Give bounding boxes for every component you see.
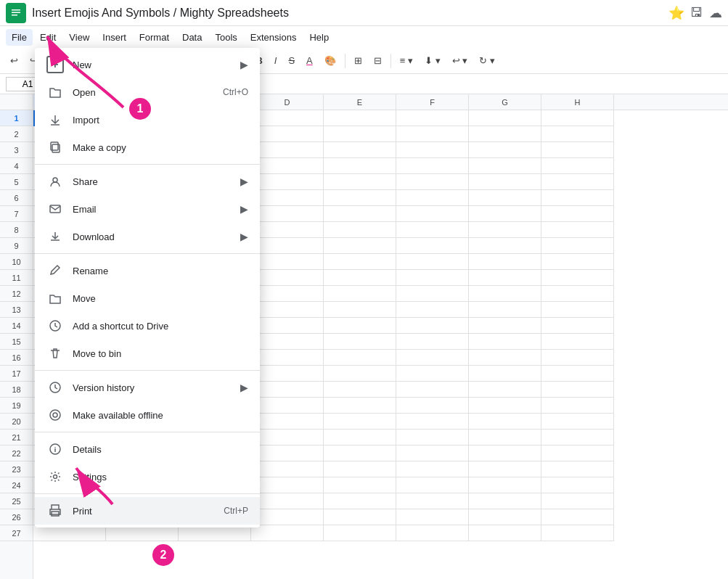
cell[interactable] — [469, 445, 541, 461]
row-header-22[interactable]: 22 — [0, 445, 33, 461]
cell[interactable] — [396, 445, 469, 461]
row-header-11[interactable]: 11 — [0, 270, 33, 286]
cell[interactable] — [469, 238, 541, 254]
cell-f1[interactable] — [396, 110, 469, 126]
row-header-19[interactable]: 19 — [0, 398, 33, 414]
cell[interactable] — [324, 302, 396, 318]
text-color-button[interactable]: A — [302, 52, 317, 69]
cell[interactable] — [33, 525, 106, 541]
cell[interactable] — [396, 334, 469, 350]
cell[interactable] — [324, 158, 396, 174]
cell[interactable] — [541, 493, 614, 509]
cell[interactable] — [324, 477, 396, 493]
cell[interactable] — [541, 430, 614, 445]
cell[interactable] — [469, 302, 541, 318]
menu-edit[interactable]: Edit — [34, 29, 62, 46]
cell[interactable] — [251, 286, 324, 302]
cell[interactable] — [396, 254, 469, 270]
cell[interactable] — [324, 398, 396, 414]
cell-h1[interactable] — [541, 110, 614, 126]
cell[interactable] — [324, 270, 396, 286]
row-header-7[interactable]: 7 — [0, 206, 33, 222]
col-header-e[interactable]: E — [324, 94, 396, 110]
cell[interactable] — [396, 366, 469, 382]
cell[interactable] — [541, 525, 614, 541]
menu-data[interactable]: Data — [176, 29, 208, 46]
row-header-9[interactable]: 9 — [0, 238, 33, 254]
row-header-16[interactable]: 16 — [0, 350, 33, 366]
row-header-2[interactable]: 2 — [0, 126, 33, 142]
cell[interactable] — [251, 461, 324, 477]
cell[interactable] — [324, 254, 396, 270]
cell[interactable] — [251, 302, 324, 318]
cell[interactable] — [469, 222, 541, 238]
cell[interactable] — [396, 302, 469, 318]
menu-import[interactable]: Import — [35, 106, 260, 134]
cell[interactable] — [324, 190, 396, 206]
menu-share[interactable]: Share ▶ — [35, 168, 260, 195]
menu-format[interactable]: Format — [134, 29, 175, 46]
cell[interactable] — [324, 142, 396, 158]
cell[interactable] — [251, 445, 324, 461]
row-header-5[interactable]: 5 — [0, 174, 33, 190]
cell[interactable] — [251, 174, 324, 190]
menu-trash[interactable]: Move to bin — [35, 340, 260, 367]
cell[interactable] — [541, 302, 614, 318]
row-header-26[interactable]: 26 — [0, 509, 33, 525]
row-header-13[interactable]: 13 — [0, 302, 33, 318]
cell[interactable] — [541, 350, 614, 366]
cell[interactable] — [396, 174, 469, 190]
cell[interactable] — [251, 334, 324, 350]
cell[interactable] — [251, 190, 324, 206]
cell[interactable] — [469, 158, 541, 174]
row-header-20[interactable]: 20 — [0, 414, 33, 430]
cell[interactable] — [541, 382, 614, 398]
cell[interactable] — [396, 398, 469, 414]
cell-g1[interactable] — [469, 110, 541, 126]
menu-offline[interactable]: Make available offline — [35, 401, 260, 429]
cell[interactable] — [541, 509, 614, 525]
cell[interactable] — [324, 382, 396, 398]
col-header-f[interactable]: F — [396, 94, 469, 110]
cell[interactable] — [469, 461, 541, 477]
cell[interactable] — [541, 126, 614, 142]
align-button[interactable]: ≡ ▾ — [396, 52, 417, 69]
cell[interactable] — [251, 430, 324, 445]
cell[interactable] — [324, 366, 396, 382]
row-header-27[interactable]: 27 — [0, 525, 33, 541]
cloud-icon[interactable]: ☁ — [709, 5, 722, 21]
cell[interactable] — [324, 430, 396, 445]
rotate-button[interactable]: ↻ ▾ — [475, 52, 499, 69]
cell[interactable] — [541, 445, 614, 461]
col-header-g[interactable]: G — [469, 94, 541, 110]
cell[interactable] — [541, 190, 614, 206]
cell[interactable] — [541, 206, 614, 222]
menu-print[interactable]: Print Ctrl+P — [35, 497, 260, 525]
cell[interactable] — [251, 509, 324, 525]
cell[interactable] — [251, 206, 324, 222]
cell[interactable] — [541, 414, 614, 430]
cell[interactable] — [469, 430, 541, 445]
cell[interactable] — [469, 286, 541, 302]
cell[interactable] — [469, 477, 541, 493]
row-header-18[interactable]: 18 — [0, 382, 33, 398]
valign-button[interactable]: ⬇ ▾ — [420, 52, 445, 69]
menu-email[interactable]: Email ▶ — [35, 195, 260, 223]
menu-open[interactable]: Open Ctrl+O — [35, 78, 260, 106]
cell[interactable] — [396, 350, 469, 366]
cell[interactable] — [541, 222, 614, 238]
menu-details[interactable]: Details — [35, 435, 260, 463]
cell[interactable] — [469, 174, 541, 190]
cell[interactable] — [251, 477, 324, 493]
cell[interactable] — [396, 509, 469, 525]
cell[interactable] — [251, 254, 324, 270]
cell[interactable] — [541, 398, 614, 414]
row-header-8[interactable]: 8 — [0, 222, 33, 238]
cell[interactable] — [324, 445, 396, 461]
cell[interactable] — [251, 350, 324, 366]
cell[interactable] — [324, 461, 396, 477]
menu-extensions[interactable]: Extensions — [245, 29, 303, 46]
row-header-23[interactable]: 23 — [0, 461, 33, 477]
col-header-h[interactable]: H — [541, 94, 614, 110]
cell[interactable] — [541, 174, 614, 190]
